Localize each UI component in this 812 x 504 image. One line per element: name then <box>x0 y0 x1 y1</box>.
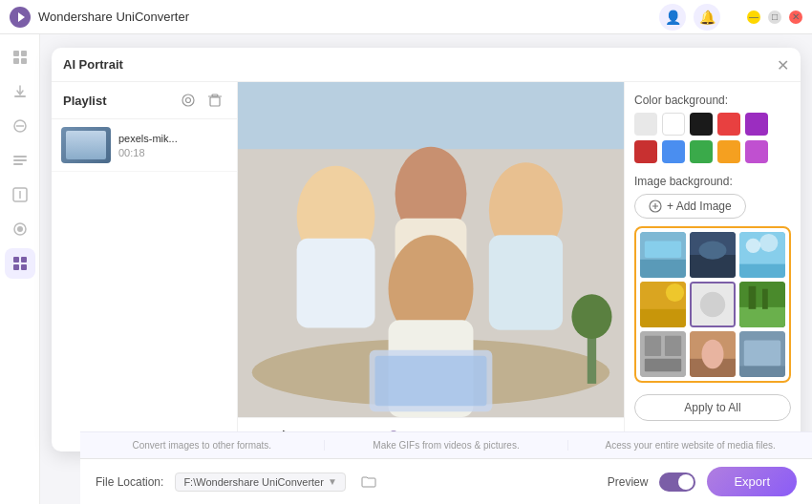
title-bar-controls: 👤 🔔 — □ ✕ <box>659 4 802 31</box>
sidebar-item-grid[interactable] <box>5 248 35 279</box>
svg-rect-29 <box>297 239 375 328</box>
add-image-btn[interactable]: + Add Image <box>634 194 746 219</box>
color-swatch-pink-purple[interactable] <box>745 140 768 163</box>
svg-rect-70 <box>744 341 780 367</box>
image-thumb-4[interactable] <box>640 282 686 327</box>
playlist-item-info: pexels-mik... 00:18 <box>118 133 227 158</box>
svg-rect-59 <box>739 307 785 327</box>
svg-point-20 <box>186 98 191 103</box>
svg-rect-65 <box>645 359 681 371</box>
svg-rect-18 <box>13 264 19 270</box>
color-swatch-purple[interactable] <box>745 113 768 136</box>
svg-rect-50 <box>739 264 785 278</box>
playlist-item[interactable]: pexels-mik... 00:18 <box>52 119 237 172</box>
minimize-btn[interactable]: — <box>747 10 760 24</box>
promo-item-1: Convert images to other formats. <box>80 440 325 451</box>
svg-point-48 <box>699 242 727 260</box>
image-thumb-3[interactable] <box>739 232 785 278</box>
svg-rect-19 <box>21 264 27 270</box>
svg-rect-5 <box>21 58 27 64</box>
sidebar-item-edit[interactable] <box>5 145 35 176</box>
image-thumb-8[interactable] <box>690 331 736 377</box>
svg-rect-2 <box>13 51 19 56</box>
title-bar: Wondershare UniConverter 👤 🔔 — □ ✕ <box>0 0 812 34</box>
color-swatch-dark-red[interactable] <box>634 140 657 163</box>
svg-rect-45 <box>645 242 681 258</box>
svg-rect-17 <box>21 257 27 262</box>
sidebar-item-compress[interactable] <box>5 179 35 210</box>
playlist-header: Playlist <box>52 82 237 119</box>
promo-bar: Convert images to other formats. Make GI… <box>80 431 812 458</box>
svg-rect-44 <box>640 260 686 278</box>
ai-portrait-panel: AI Portrait ✕ Playlist <box>52 48 801 452</box>
file-location-value: F:\Wondershare UniConverter <box>183 476 324 488</box>
color-swatch-light-gray[interactable] <box>634 113 657 136</box>
color-swatch-red[interactable] <box>717 113 740 136</box>
sidebar <box>0 34 40 504</box>
playlist-settings-icon[interactable] <box>178 90 199 111</box>
chevron-down-icon: ▼ <box>328 476 337 487</box>
video-section: ⏮ ▶ ⏭ 00:00:05 / 00:18 <box>238 82 624 452</box>
svg-rect-16 <box>13 257 19 262</box>
color-swatch-orange[interactable] <box>717 140 740 163</box>
toggle-dot <box>678 474 694 490</box>
sidebar-item-convert[interactable] <box>5 111 35 141</box>
preview-toggle[interactable] <box>659 472 695 492</box>
image-thumb-9[interactable] <box>739 331 785 377</box>
image-grid <box>634 226 791 383</box>
svg-rect-24 <box>212 94 218 96</box>
svg-rect-10 <box>13 156 27 158</box>
apply-to-all-btn[interactable]: Apply to All <box>634 394 791 421</box>
image-thumb-5-selected[interactable] <box>690 282 736 327</box>
playlist-section: Playlist <box>52 82 238 452</box>
sidebar-item-home[interactable] <box>5 42 35 73</box>
color-swatch-green[interactable] <box>690 140 713 163</box>
preview-label: Preview <box>608 475 649 489</box>
color-swatch-white[interactable] <box>662 113 685 136</box>
svg-rect-64 <box>665 336 681 356</box>
image-background-section: Image background: + Add Image <box>634 175 791 383</box>
playlist-item-name: pexels-mik... <box>118 133 227 144</box>
color-swatch-black[interactable] <box>690 113 713 136</box>
svg-rect-60 <box>749 286 757 309</box>
add-image-label: + Add Image <box>667 200 732 213</box>
svg-rect-71 <box>739 366 785 377</box>
video-content <box>238 82 624 417</box>
sidebar-item-download[interactable] <box>5 76 35 107</box>
playlist-icons <box>178 90 225 111</box>
right-panel: Color background: <box>624 82 801 452</box>
video-preview <box>238 82 624 417</box>
sidebar-item-tools[interactable] <box>5 214 35 244</box>
svg-point-21 <box>182 94 194 106</box>
user-icon-btn[interactable]: 👤 <box>659 4 686 31</box>
color-swatch-blue[interactable] <box>662 140 685 163</box>
panel-title: AI Portrait <box>63 57 123 72</box>
promo-item-3: Acess your entire website of media files… <box>568 440 812 451</box>
playlist-thumbnail <box>61 127 111 163</box>
image-thumb-6[interactable] <box>739 282 785 327</box>
svg-rect-22 <box>210 97 220 106</box>
color-background-section: Color background: <box>634 94 791 163</box>
playlist-item-duration: 00:18 <box>118 147 227 158</box>
notification-icon-btn[interactable]: 🔔 <box>694 4 720 31</box>
image-thumb-7[interactable] <box>640 331 686 377</box>
image-thumb-1[interactable] <box>640 232 686 278</box>
svg-point-14 <box>17 226 23 232</box>
file-location-input[interactable]: F:\Wondershare UniConverter ▼ <box>175 472 345 492</box>
panel-header: AI Portrait ✕ <box>52 48 801 82</box>
folder-btn[interactable] <box>357 471 380 494</box>
image-thumb-2[interactable] <box>690 232 736 278</box>
window-close-btn[interactable]: ✕ <box>789 10 802 24</box>
playlist-delete-icon[interactable] <box>204 90 225 111</box>
svg-rect-11 <box>13 163 23 165</box>
svg-point-51 <box>746 239 760 253</box>
app-logo <box>10 7 31 28</box>
main-layout: AI Portrait ✕ Playlist <box>0 34 812 504</box>
svg-rect-3 <box>21 51 27 56</box>
svg-rect-4 <box>13 58 19 64</box>
maximize-btn[interactable]: □ <box>768 10 781 24</box>
svg-rect-33 <box>489 235 563 329</box>
svg-rect-57 <box>700 292 725 317</box>
panel-close-btn[interactable]: ✕ <box>777 55 789 74</box>
export-btn[interactable]: Export <box>707 467 797 496</box>
